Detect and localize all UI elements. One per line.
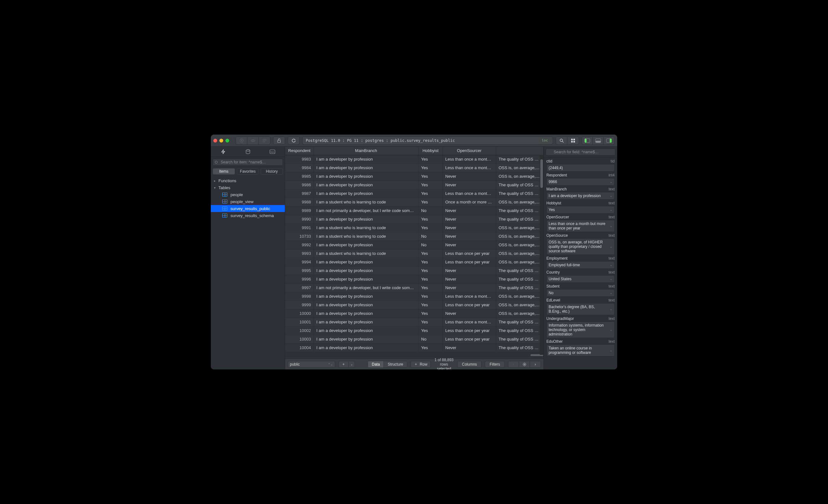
table-cell[interactable]: Yes [418,155,443,163]
table-cell[interactable]: Never [443,309,496,318]
table-cell[interactable]: I am a developer by profession [314,335,418,343]
table-row[interactable]: 10002I am a developer by professionYesLe… [285,326,543,335]
table-cell[interactable]: Yes [418,223,443,232]
table-cell[interactable]: The quality of OSS a… [496,318,543,326]
table-cell[interactable]: OSS is, on average, … [496,292,543,301]
table-cell[interactable]: OSS is, on average, … [496,301,543,309]
table-cell[interactable]: OSS is, on average, … [496,198,543,206]
field-value[interactable]: Less than once a month but more than onc… [546,220,615,232]
table-cell[interactable]: Never [443,206,496,215]
field-value[interactable]: Bachelor's degree (BA, BS, B.Eng., etc.)… [546,303,615,315]
data-tab[interactable]: Data [368,361,384,368]
table-cell[interactable]: Never [443,343,496,352]
table-row[interactable]: 9992I am a developer by professionNoNeve… [285,241,543,249]
grid-header[interactable]: Respondent MainBranch Hobbyist OpenSourc… [285,146,543,155]
table-cell[interactable]: Yes [418,343,443,352]
table-cell[interactable]: 9989 [285,206,314,215]
table-cell[interactable]: Less than once per year [443,249,496,258]
table-cell[interactable]: Less than once per year [443,301,496,309]
data-grid[interactable]: Respondent MainBranch Hobbyist OpenSourc… [285,146,543,358]
col-header-overflow[interactable] [496,146,543,155]
table-cell[interactable]: I am a developer by profession [314,275,418,284]
table-cell[interactable]: The quality of OSS a… [496,180,543,189]
toggle-bottom-panel[interactable] [593,137,604,144]
table-cell[interactable]: The quality of OSS a… [496,343,543,352]
table-cell[interactable]: No [418,335,443,343]
table-cell[interactable]: Yes [418,198,443,206]
table-cell[interactable]: I am a developer by profession [314,241,418,249]
tree-item-people[interactable]: people [211,191,285,198]
table-cell[interactable]: Yes [418,301,443,309]
table-cell[interactable]: 9991 [285,223,314,232]
structure-tab[interactable]: Structure [384,361,407,368]
table-cell[interactable]: I am a developer by profession [314,180,418,189]
cancel-button[interactable] [236,137,247,144]
table-row[interactable]: 9999I am a developer by professionYesLes… [285,301,543,309]
table-row[interactable]: 9988I am a student who is learning to co… [285,198,543,206]
table-cell[interactable]: Less than once a month b… [443,155,496,163]
field-value[interactable]: I am a developer by profession⌄ [546,192,615,200]
table-cell[interactable]: 9994 [285,258,314,266]
table-cell[interactable]: Never [443,241,496,249]
table-cell[interactable]: Yes [418,180,443,189]
table-cell[interactable]: Never [443,275,496,284]
table-cell[interactable]: I am a developer by profession [314,309,418,318]
table-cell[interactable]: 9988 [285,198,314,206]
preview-button[interactable] [247,137,259,144]
table-row[interactable]: 9995I am a developer by professionYesNev… [285,266,543,275]
table-cell[interactable]: I am a developer by profession [314,266,418,275]
grid-button[interactable] [567,137,579,144]
table-row[interactable]: 9986I am a developer by professionYesNev… [285,180,543,189]
table-cell[interactable]: 10000 [285,309,314,318]
col-header-opensourcer[interactable]: OpenSourcer [443,146,496,155]
table-cell[interactable]: OSS is, on average, … [496,258,543,266]
table-cell[interactable]: Yes [418,326,443,335]
table-cell[interactable]: 9985 [285,172,314,180]
refresh-button[interactable] [288,137,299,144]
table-cell[interactable]: 10003 [285,335,314,343]
table-cell[interactable]: I am a student who is learning to code [314,232,418,241]
tree-item-people-view[interactable]: people_view [211,198,285,205]
table-row[interactable]: 10003I am a developer by professionNoLes… [285,335,543,343]
seg-history[interactable]: History [261,168,283,175]
field-value[interactable]: Employed full-time⌄ [546,261,615,269]
table-cell[interactable]: Never [443,215,496,223]
table-cell[interactable]: 10001 [285,318,314,326]
field-value[interactable]: Yes⌄ [546,206,615,214]
table-cell[interactable]: Yes [418,189,443,198]
table-cell[interactable]: Never [443,266,496,275]
table-cell[interactable]: The quality of OSS a… [496,155,543,163]
table-cell[interactable]: Less than once per year [443,258,496,266]
table-cell[interactable]: Yes [418,275,443,284]
table-cell[interactable]: OSS is, on average, … [496,241,543,249]
table-cell[interactable]: 9983 [285,155,314,163]
table-cell[interactable]: Never [443,180,496,189]
table-cell[interactable]: Yes [418,258,443,266]
sidebar-mode-structure[interactable] [211,146,236,157]
seg-items[interactable]: Items [213,168,235,175]
add-menu-button[interactable]: ⌄ [349,361,355,368]
table-row[interactable]: 9985I am a developer by professionYesNev… [285,172,543,180]
table-row[interactable]: 10733I am a student who is learning to c… [285,232,543,241]
table-row[interactable]: 10000I am a developer by professionYesNe… [285,309,543,318]
table-cell[interactable]: 9990 [285,215,314,223]
close-window-button[interactable] [213,139,217,142]
table-cell[interactable]: OSS is, on average, … [496,309,543,318]
table-cell[interactable]: Less than once a month b… [443,318,496,326]
vertical-scrollbar[interactable] [540,155,543,355]
table-cell[interactable]: OSS is, on average, … [496,172,543,180]
table-cell[interactable]: I am a developer by profession [314,172,418,180]
table-row[interactable]: 9997I am not primarily a developer, but … [285,284,543,292]
table-cell[interactable]: Yes [418,292,443,301]
table-cell[interactable]: Less than once per year [443,326,496,335]
table-cell[interactable]: Never [443,223,496,232]
tree-functions[interactable]: ▸ Functions [211,177,285,184]
table-cell[interactable]: I am a developer by profession [314,258,418,266]
table-cell[interactable]: The quality of OSS a… [496,275,543,284]
table-cell[interactable]: I am a developer by profession [314,163,418,172]
add-row-button[interactable]: ＋ Row [411,361,431,368]
table-cell[interactable]: I am a developer by profession [314,343,418,352]
table-cell[interactable]: I am a developer by profession [314,301,418,309]
table-cell[interactable]: Yes [418,163,443,172]
table-cell[interactable]: I am a developer by profession [314,318,418,326]
